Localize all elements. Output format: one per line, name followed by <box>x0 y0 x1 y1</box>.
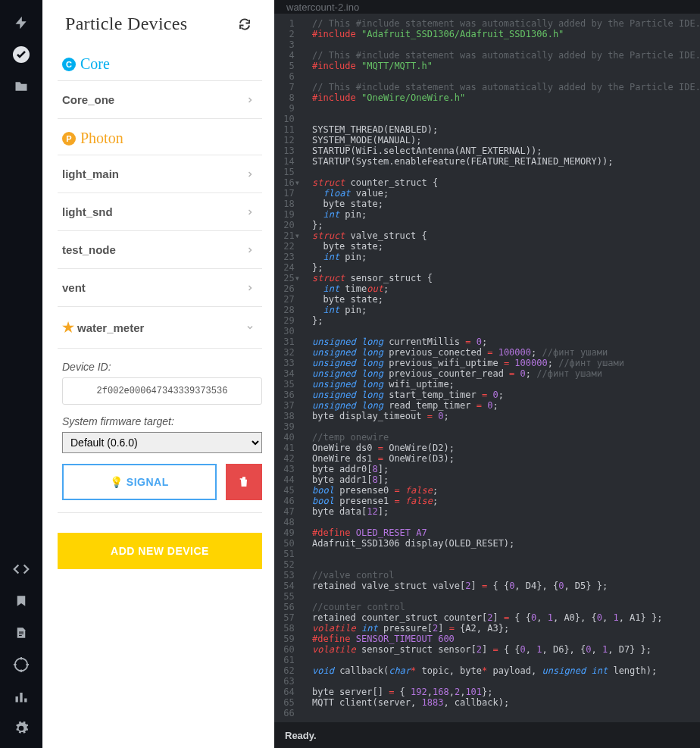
platform-badge-icon: C <box>62 58 76 71</box>
code-icon[interactable] <box>9 557 33 581</box>
svg-point-4 <box>15 659 28 671</box>
folder-icon[interactable] <box>9 74 33 99</box>
chevron-down-icon <box>245 323 255 332</box>
star-icon: ★ <box>62 319 74 336</box>
firmware-label: System firmware target: <box>62 415 262 427</box>
device-row[interactable]: light_main <box>58 155 262 193</box>
platform-badge-icon: P <box>62 132 76 146</box>
editor-tab[interactable]: watercount-2.ino <box>283 2 362 14</box>
flash-icon[interactable] <box>9 11 33 35</box>
device-name: vent <box>62 281 86 294</box>
bulb-icon: 💡 <box>110 476 123 488</box>
platform-header-photon: PPhoton <box>58 119 262 155</box>
device-row[interactable]: vent <box>58 269 262 307</box>
chevron-right-icon <box>245 208 255 217</box>
device-row[interactable]: ★water_meter <box>58 307 262 349</box>
file-icon[interactable] <box>9 621 33 645</box>
device-name: Core_one <box>62 93 114 106</box>
device-details: Device ID: 2f002e000647343339373536 Syst… <box>58 349 262 513</box>
platform-label: Photon <box>80 130 123 147</box>
device-row[interactable]: Core_one <box>58 81 262 119</box>
gear-icon[interactable] <box>9 716 33 740</box>
chevron-right-icon <box>245 170 255 179</box>
check-circle-icon[interactable] <box>9 42 33 67</box>
bar-chart-icon[interactable] <box>9 684 33 709</box>
svg-rect-1 <box>19 632 23 633</box>
device-row[interactable]: light_snd <box>58 193 262 231</box>
svg-rect-2 <box>19 634 23 634</box>
refresh-icon[interactable] <box>238 17 252 31</box>
target-icon[interactable] <box>9 653 33 677</box>
svg-rect-7 <box>24 699 27 703</box>
signal-button[interactable]: 💡 SIGNAL <box>62 464 217 500</box>
bookmark-icon[interactable] <box>9 589 33 613</box>
device-name: light_main <box>62 167 119 180</box>
device-id-value[interactable]: 2f002e000647343339373536 <box>62 377 262 405</box>
chevron-right-icon <box>245 283 255 293</box>
code-editor[interactable]: 1 2 3 4 5 6 7 8 9 10 11 12 13 14 15 16▾ … <box>274 14 700 722</box>
add-device-button[interactable]: ADD NEW DEVICE <box>58 533 262 569</box>
status-bar: Ready. <box>274 722 700 748</box>
platform-header-core: CCore <box>58 45 262 81</box>
device-name: test_node <box>62 243 116 256</box>
page-title: Particle Devices <box>65 14 187 34</box>
device-name: water_meter <box>77 321 144 334</box>
firmware-select[interactable]: Default (0.6.0) <box>62 432 262 453</box>
svg-rect-5 <box>16 696 18 703</box>
device-name: light_snd <box>62 205 113 218</box>
chevron-right-icon <box>245 246 255 255</box>
platform-label: Core <box>80 55 110 73</box>
svg-rect-3 <box>19 635 22 636</box>
delete-button[interactable] <box>226 464 262 500</box>
device-id-label: Device ID: <box>62 361 262 373</box>
svg-rect-6 <box>20 693 22 703</box>
device-row[interactable]: test_node <box>58 231 262 269</box>
chevron-right-icon <box>245 95 255 105</box>
